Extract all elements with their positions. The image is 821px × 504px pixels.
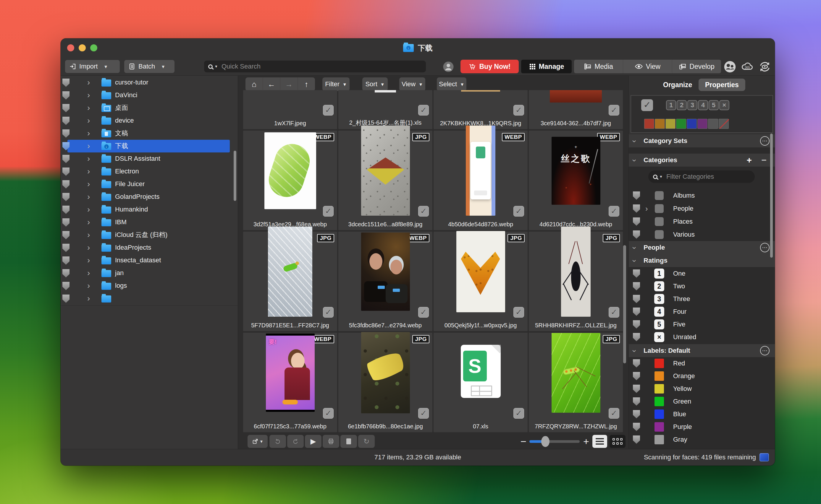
search-scope-arrow[interactable]: ▼ (215, 64, 218, 69)
sidebar-item-selected[interactable]: ›下载 (61, 140, 238, 152)
sidebar-item[interactable]: ›File Juicer (61, 178, 238, 191)
account-avatar[interactable] (442, 60, 455, 74)
chevron-down-icon[interactable]: › (628, 140, 641, 143)
thumbnail[interactable] (338, 239, 432, 304)
chevron-down-icon[interactable]: › (628, 260, 641, 262)
quick-rating-5[interactable]: 5 (709, 100, 719, 110)
select-checkbox[interactable]: ✓ (418, 105, 429, 116)
label-swatch-red[interactable] (644, 119, 654, 129)
label-swatch-yellow[interactable] (666, 119, 676, 129)
cloud-365-button[interactable]: 365 (741, 60, 754, 74)
file-cell[interactable]: WEBP ⚜ 丝之歌 ✓ 4d6210d7cdc...b230d.webp (529, 131, 623, 230)
file-cell[interactable]: ✓ 1wX7lF.jpeg (243, 90, 337, 129)
select-checkbox[interactable]: ✓ (608, 206, 619, 217)
thumbnail[interactable] (338, 340, 432, 405)
details-view-button[interactable] (592, 435, 607, 448)
label-row-purple[interactable]: Purple (629, 420, 775, 433)
file-cell[interactable]: WEBP ✓ 5fc3fdbc86e7...e2794.webp (338, 232, 432, 331)
thumbnail[interactable]: 要! (243, 340, 337, 405)
chevron-right-icon[interactable]: › (87, 203, 93, 216)
refresh-button[interactable]: ↻ (358, 435, 375, 448)
chevron-right-icon[interactable]: › (87, 241, 93, 254)
section-labels[interactable]: › Labels: Default ⋯ (629, 344, 775, 357)
category-row-people[interactable]: ›People (629, 202, 775, 215)
zoom-out-button[interactable]: − (519, 435, 528, 448)
sort-button[interactable]: Sort▼ (362, 77, 388, 91)
sidebar-item[interactable]: ›logs (61, 279, 238, 292)
rating-row-one[interactable]: 1One (629, 267, 775, 280)
label-row-blue[interactable]: Blue (629, 408, 775, 421)
section-categories[interactable]: › Categories + − (629, 154, 775, 167)
section-people[interactable]: › People ⋯ (629, 241, 775, 254)
forward-button[interactable]: → (280, 77, 298, 91)
rating-row-two[interactable]: 2Two (629, 280, 775, 293)
chevron-right-icon[interactable]: › (87, 89, 93, 102)
select-checkbox[interactable]: ✓ (323, 408, 334, 419)
filter-categories-input[interactable] (666, 173, 750, 181)
select-checkbox[interactable]: ✓ (323, 105, 334, 116)
thumbnails-view-button[interactable] (609, 435, 626, 448)
tab-manage[interactable]: Manage (521, 60, 572, 73)
batch-dropdown-arrow[interactable]: ▼ (161, 64, 165, 69)
thumbnail[interactable] (529, 340, 623, 405)
panel-scrollbar[interactable] (770, 134, 773, 258)
chevron-right-icon[interactable]: › (87, 114, 93, 127)
sidebar-item[interactable]: ›iCloud 云盘 (归档) (61, 229, 238, 241)
select-checkbox[interactable]: ✓ (513, 307, 524, 318)
label-swatch-purple[interactable] (697, 119, 708, 129)
label-swatch-orange[interactable] (655, 119, 665, 129)
label-row-red[interactable]: Red (629, 357, 775, 370)
file-cell[interactable]: ✓ 2K7KBKHKWK8...1K9QRS.jpg (434, 90, 528, 129)
thumbnail[interactable]: ⚜ 丝之歌 (529, 138, 623, 203)
rating-row-five[interactable]: 5Five (629, 318, 775, 331)
select-checkbox[interactable]: ✓ (608, 408, 619, 419)
filter-button[interactable]: Filter▼ (322, 77, 350, 91)
label-swatch-blue[interactable] (687, 119, 697, 129)
sidebar-item[interactable]: ›DaVinci (61, 89, 238, 102)
file-cell[interactable]: ✓ 3ce91404-362...4b7df7.jpg (529, 90, 623, 129)
chevron-right-icon[interactable]: › (87, 152, 93, 165)
tagged-checkbox[interactable]: ✓ (641, 99, 653, 111)
select-checkbox[interactable]: ✓ (323, 206, 334, 217)
file-cell[interactable]: JPG ✓ 7RFZQRYZ8RW...TZHZWL.jpg (529, 333, 623, 432)
category-checkbox[interactable] (655, 230, 664, 239)
section-category-sets[interactable]: › Category Sets ⋯ (629, 134, 775, 147)
chevron-down-icon[interactable]: › (628, 159, 641, 162)
add-category-button[interactable]: + (747, 154, 752, 167)
back-button[interactable]: ← (263, 77, 280, 91)
label-swatch-none[interactable] (719, 119, 729, 129)
thumbnail[interactable] (434, 138, 528, 203)
category-row-albums[interactable]: Albums (629, 189, 775, 202)
category-row-various[interactable]: Various (629, 228, 775, 241)
file-cell[interactable]: WEBP 要! ✓ 6cf07f7125c3...77a59.webp (243, 333, 337, 432)
tab-view[interactable]: View (623, 60, 672, 73)
select-checkbox[interactable]: ✓ (513, 105, 524, 116)
category-checkbox[interactable] (655, 191, 664, 200)
chevron-right-icon[interactable]: › (87, 216, 93, 229)
select-checkbox[interactable]: ✓ (608, 307, 619, 318)
chevron-down-icon[interactable]: › (628, 247, 641, 249)
select-checkbox[interactable]: ✓ (323, 307, 334, 318)
labels-menu-button[interactable]: ⋯ (760, 346, 770, 355)
thumbnail[interactable]: S (434, 340, 528, 405)
import-dropdown-arrow[interactable]: ▼ (103, 64, 108, 69)
select-checkbox[interactable]: ✓ (608, 105, 619, 116)
label-row-green[interactable]: Green (629, 395, 775, 408)
file-cell[interactable]: JPG ✓ 005Qekj5ly1f...w0pxqv5.jpg (434, 232, 528, 331)
file-cell[interactable]: JPG ✓ 5RHH8RKHIRFZ...OLLZEL.jpg (529, 232, 623, 331)
grid-scrollbar[interactable] (623, 245, 626, 363)
file-cell[interactable]: JPG ✓ 3dcedc1511e6...a8f8e89.jpg (338, 131, 432, 230)
rating-row-three[interactable]: 3Three (629, 292, 775, 305)
frame-view-button[interactable] (340, 435, 357, 448)
chevron-right-icon[interactable]: › (87, 165, 93, 178)
category-sets-menu-button[interactable]: ⋯ (760, 136, 770, 146)
sync-view-button[interactable] (758, 60, 772, 74)
chevron-right-icon[interactable]: › (87, 127, 93, 140)
select-checkbox[interactable]: ✓ (418, 408, 429, 419)
select-button[interactable]: Select▼ (437, 77, 466, 91)
label-swatch-gray[interactable] (708, 119, 718, 129)
sidebar-item[interactable]: ›cursor-tutor (61, 76, 238, 89)
tab-organize[interactable]: Organize (658, 79, 697, 91)
batch-button[interactable]: Batch ▼ (124, 60, 174, 73)
chevron-down-icon[interactable]: › (628, 350, 641, 352)
